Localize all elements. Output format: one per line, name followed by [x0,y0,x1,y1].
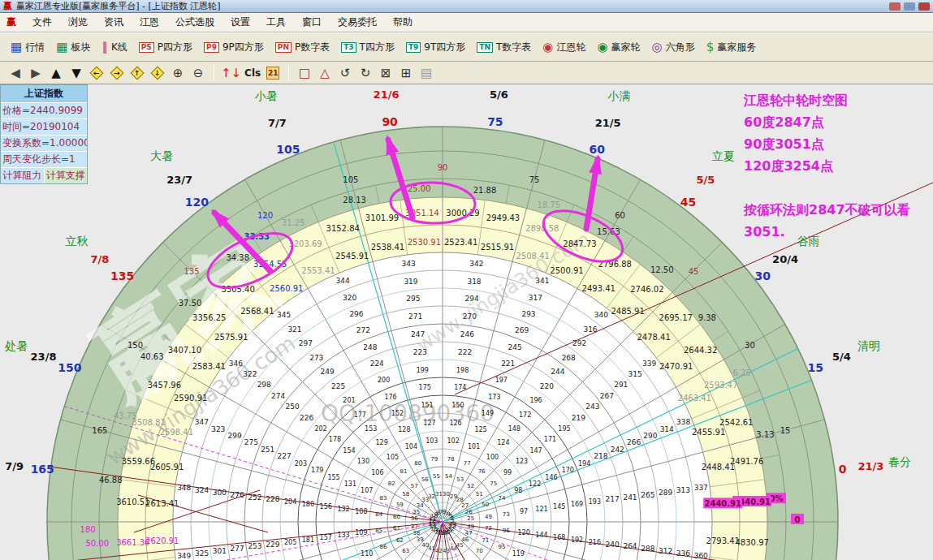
menu-item-交易委托[interactable]: 交易委托 [330,13,385,32]
svg-text:194: 194 [578,460,590,467]
shrink-icon[interactable]: ⊞ [397,64,415,82]
calendar-icon[interactable]: 21 [264,64,282,82]
menu-item-工具[interactable]: 工具 [258,13,294,32]
svg-text:245: 245 [508,343,522,351]
toolbar-button-p-number-table[interactable]: PNP数字表 [270,38,335,57]
svg-text:266: 266 [627,438,641,446]
calc-resistance-button[interactable]: 计算阻力 [1,168,45,183]
svg-text:122: 122 [529,480,541,488]
app-logo-icon: 赢 [3,0,12,12]
menu-item-江恩[interactable]: 江恩 [132,13,167,32]
svg-text:46: 46 [461,536,469,543]
menu-item-公式选股[interactable]: 公式选股 [167,13,222,32]
svg-text:246: 246 [460,330,474,338]
svg-text:45: 45 [689,267,699,276]
calc-support-button[interactable]: 计算支撑 [45,168,88,183]
conversion-factor: 变换系数=1.00000 [1,136,87,152]
menu-item-资讯[interactable]: 资讯 [96,13,132,32]
updown-marker-icon[interactable]: ↑↓ [221,64,241,82]
nav-up-icon[interactable]: ▲ [47,64,65,82]
pan-up-icon[interactable]: ↑ [128,64,146,82]
svg-text:79: 79 [430,456,438,463]
rotate-cw-icon[interactable]: ↻ [356,64,374,82]
svg-text:298: 298 [257,381,271,389]
cls-button[interactable]: Cls [244,64,261,82]
svg-text:297: 297 [299,339,313,347]
svg-text:34: 34 [417,502,424,509]
toolbar-button-hexagon[interactable]: ◎六角形 [646,38,701,57]
toolbar-label: 江恩轮 [556,41,585,54]
tray-icon[interactable] [889,2,901,11]
menu-item-窗口[interactable]: 窗口 [294,13,330,32]
svg-text:179: 179 [311,467,323,474]
svg-text:31: 31 [435,491,443,498]
svg-text:271: 271 [408,312,422,321]
svg-text:2523.41: 2523.41 [444,238,477,247]
pan-right-icon[interactable]: → [108,64,126,82]
toolbar-label: 9T四方形 [424,41,465,54]
toolbar-button-quotes-grid[interactable]: ▦行情 [5,38,50,57]
svg-text:2508.41: 2508.41 [516,252,550,261]
svg-text:108: 108 [355,508,367,515]
svg-text:大暑: 大暑 [150,149,173,162]
rect-tool-icon[interactable]: □ [296,64,313,82]
toolbar-button-blocks[interactable]: ▦板块 [50,38,96,57]
menu-item-浏览[interactable]: 浏览 [60,13,96,32]
svg-text:132: 132 [337,506,349,513]
svg-text:133: 133 [337,532,349,539]
window-title: 赢家江恩专业版[赢家服务平台] - [上证指数 江恩轮] [16,0,221,12]
svg-text:2598.41: 2598.41 [160,428,193,437]
svg-text:181: 181 [302,536,314,544]
toolbar-label: 9P四方形 [222,41,264,54]
main-toolbar: ▦行情▦板块∥K线PSP四方形P99P四方形PNP数字表T3T四方形T99T四方… [0,32,933,62]
toolbar-button-p-square[interactable]: PSP四方形 [133,38,198,57]
pan-left-icon[interactable]: ← [88,64,106,82]
rotate-ccw-icon[interactable]: ↺ [336,64,354,82]
tray-icon[interactable] [904,2,915,11]
svg-text:131: 131 [344,480,356,488]
menu-logo-icon: 赢 [6,15,16,29]
toolbar-button-9p-square[interactable]: P99P四方形 [198,38,270,57]
svg-text:107: 107 [361,487,373,494]
print-icon[interactable]: ▤ [417,64,435,82]
toolbar-button-gann-wheel[interactable]: ◉江恩轮 [537,38,591,57]
toolbar-button-t-square[interactable]: T3T四方形 [335,38,400,57]
svg-text:199: 199 [417,367,429,374]
menu-item-帮助[interactable]: 帮助 [385,13,421,32]
svg-text:165: 165 [92,426,107,435]
svg-text:250: 250 [286,403,300,411]
close-icon[interactable] [918,2,930,11]
svg-text:318: 318 [467,278,481,286]
toolbar-button-t-number-table[interactable]: TNT数字表 [471,38,537,57]
gann-wheel-chart-area[interactable]: 赢家www.yingjia360.comwww.yingjia360.comQQ… [0,84,933,560]
menu-item-文件[interactable]: 文件 [24,13,60,32]
toolbar-button-kline[interactable]: ∥K线 [96,38,132,57]
toolbar-button-9t-square[interactable]: T99T四方形 [400,38,471,57]
p-number-table-icon: PN [275,42,292,53]
svg-text:9.38: 9.38 [698,313,716,322]
pan-down-icon[interactable]: ↓ [149,64,166,82]
svg-text:34.38: 34.38 [226,253,249,262]
svg-text:2568.41: 2568.41 [240,307,274,316]
zoom-in-icon[interactable]: ⊕ [169,64,187,82]
svg-text:23/8: 23/8 [31,351,57,363]
toolbar-button-winner-service[interactable]: $赢家服务 [701,38,762,57]
svg-text:264: 264 [623,542,637,550]
nav-down-icon[interactable]: ▼ [67,64,85,82]
svg-text:30: 30 [755,269,771,282]
triangle-tool-icon[interactable]: △ [316,64,334,82]
svg-text:2746.02: 2746.02 [630,285,663,294]
expand-icon[interactable]: ⊠ [377,64,395,82]
svg-text:2695.17: 2695.17 [659,313,693,322]
svg-text:2644.32: 2644.32 [684,346,717,355]
menu-item-设置[interactable]: 设置 [222,13,258,32]
nav-back-icon[interactable]: ◀ [6,64,24,82]
svg-text:102: 102 [447,437,460,445]
svg-text:3457.96: 3457.96 [148,381,181,390]
nav-forward-icon[interactable]: ▶ [27,64,45,82]
toolbar-button-winner-wheel[interactable]: ◉赢家轮 [591,38,646,57]
svg-text:290: 290 [643,432,657,440]
svg-text:82: 82 [388,480,395,487]
zoom-out-icon[interactable]: ⊖ [189,64,207,82]
svg-text:217: 217 [606,495,620,503]
